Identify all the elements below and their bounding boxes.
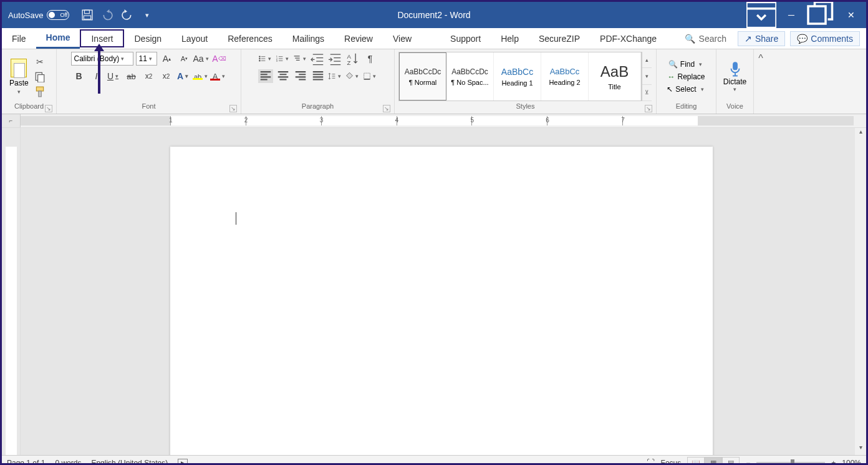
display-settings-icon[interactable]: ⛶ <box>647 458 655 465</box>
change-case-icon[interactable]: Aa▾ <box>195 52 210 66</box>
tab-references[interactable]: References <box>218 28 282 49</box>
dictate-button[interactable]: Dictate <box>723 77 746 86</box>
style-normal[interactable]: AaBbCcDc ¶ Normal <box>399 52 446 100</box>
tab-selector[interactable]: ⌐ <box>2 114 21 127</box>
horizontal-ruler[interactable]: 1 2 3 4 5 6 7 <box>21 116 854 125</box>
format-painter-icon[interactable] <box>34 86 46 97</box>
scroll-up-icon[interactable]: ▴ <box>859 128 862 139</box>
select-button[interactable]: ↖Select▾ <box>664 84 708 95</box>
decrease-indent-icon[interactable] <box>311 52 326 66</box>
vertical-ruler[interactable] <box>2 128 21 455</box>
text-effects-icon[interactable]: A▾ <box>176 69 191 83</box>
undo-icon[interactable] <box>102 9 113 21</box>
style-heading2[interactable]: AaBbCc Heading 2 <box>541 52 589 100</box>
increase-indent-icon[interactable] <box>328 52 343 66</box>
toggle-switch[interactable]: Off <box>47 10 69 20</box>
search-box[interactable]: 🔍 Search <box>678 34 733 44</box>
scroll-down-icon[interactable]: ▾ <box>859 444 862 455</box>
maximize-button[interactable] <box>806 2 836 28</box>
align-center-icon[interactable] <box>276 69 291 83</box>
underline-button[interactable]: U▾ <box>107 69 122 83</box>
zoom-slider[interactable] <box>756 462 825 464</box>
paste-button[interactable]: Paste ▾ <box>7 57 31 96</box>
redo-icon[interactable] <box>122 9 133 21</box>
zoom-thumb[interactable] <box>791 459 794 466</box>
borders-icon[interactable]: ▾ <box>363 69 378 83</box>
tab-securezip[interactable]: SecureZIP <box>529 28 590 49</box>
share-button[interactable]: ↗ Share <box>738 31 785 46</box>
document-canvas[interactable] <box>21 128 855 455</box>
replace-button[interactable]: ↔Replace <box>665 71 707 82</box>
find-button[interactable]: 🔍Find▾ <box>666 59 706 70</box>
dialog-launcher-icon[interactable]: ↘ <box>45 105 52 112</box>
style-title[interactable]: AaB Title <box>589 52 641 100</box>
tab-file[interactable]: File <box>2 28 36 49</box>
microphone-icon[interactable] <box>728 61 742 77</box>
font-size-select[interactable]: 11▾ <box>136 52 157 66</box>
zoom-level[interactable]: 100% <box>842 459 861 466</box>
multilevel-list-icon[interactable]: ▾ <box>293 52 308 66</box>
dialog-launcher-icon[interactable]: ↘ <box>383 105 390 112</box>
shading-icon[interactable]: ▾ <box>345 69 360 83</box>
align-left-icon[interactable] <box>258 69 273 83</box>
align-right-icon[interactable] <box>293 69 308 83</box>
vertical-scrollbar[interactable]: ▴ ▾ <box>855 128 866 455</box>
tab-review[interactable]: Review <box>334 28 383 49</box>
style-no-spacing[interactable]: AaBbCcDc ¶ No Spac... <box>446 52 494 100</box>
tab-design[interactable]: Design <box>124 28 171 49</box>
font-color-icon[interactable]: A▾ <box>211 69 226 83</box>
page-indicator[interactable]: Page 1 of 1 <box>7 459 45 466</box>
tab-support[interactable]: Support <box>440 28 491 49</box>
autosave-toggle[interactable]: AutoSave Off <box>2 10 75 20</box>
font-name-select[interactable]: Calibri (Body)▾ <box>71 52 133 66</box>
justify-icon[interactable] <box>311 69 326 83</box>
tab-help[interactable]: Help <box>491 28 529 49</box>
strikethrough-button[interactable]: ab <box>124 69 139 83</box>
print-layout-icon[interactable]: ▦ <box>705 457 722 466</box>
read-mode-icon[interactable]: 📖 <box>687 457 705 466</box>
comments-button[interactable]: 💬 Comments <box>790 31 860 46</box>
zoom-out-button[interactable]: − <box>746 459 750 466</box>
web-layout-icon[interactable]: ▤ <box>722 457 740 466</box>
sort-icon[interactable]: AZ <box>345 52 360 66</box>
word-count[interactable]: 0 words <box>55 459 81 466</box>
highlight-icon[interactable]: ab▾ <box>194 69 209 83</box>
chevron-down-icon[interactable]: ▾ <box>731 86 738 92</box>
styles-down-icon[interactable]: ▾ <box>642 68 652 84</box>
numbering-icon[interactable]: 123▾ <box>276 52 291 66</box>
dialog-launcher-icon[interactable]: ↘ <box>229 105 237 112</box>
shrink-font-icon[interactable]: A▾ <box>177 52 192 66</box>
tab-home[interactable]: Home <box>36 28 80 49</box>
show-hide-icon[interactable]: ¶ <box>363 52 378 66</box>
dialog-launcher-icon[interactable]: ↘ <box>645 105 652 112</box>
page[interactable] <box>170 147 713 455</box>
zoom-in-button[interactable]: + <box>831 459 836 466</box>
clear-formatting-icon[interactable]: A⌫ <box>212 52 227 66</box>
macro-recording-icon[interactable]: ▶ <box>178 459 188 466</box>
copy-icon[interactable] <box>34 71 46 82</box>
styles-more-icon[interactable]: ⊻ <box>642 85 652 101</box>
focus-mode[interactable]: Focus <box>661 459 682 466</box>
line-spacing-icon[interactable]: ▾ <box>328 69 343 83</box>
bold-button[interactable]: B <box>72 69 87 83</box>
subscript-button[interactable]: x2 <box>142 69 157 83</box>
collapse-ribbon-icon[interactable]: ^ <box>754 49 768 114</box>
svg-rect-18 <box>733 62 738 70</box>
language-indicator[interactable]: English (United States) <box>91 459 168 466</box>
styles-up-icon[interactable]: ▴ <box>642 52 652 68</box>
bullets-icon[interactable]: ▾ <box>258 52 273 66</box>
style-heading1[interactable]: AaBbCc Heading 1 <box>494 52 541 100</box>
ribbon-display-icon[interactable] <box>746 2 776 28</box>
close-button[interactable]: ✕ <box>836 2 866 28</box>
grow-font-icon[interactable]: A▴ <box>160 52 175 66</box>
tab-mailings[interactable]: Mailings <box>282 28 334 49</box>
tab-pdfxchange[interactable]: PDF-XChange <box>590 28 667 49</box>
cut-icon[interactable]: ✂ <box>34 56 46 67</box>
superscript-button[interactable]: x2 <box>159 69 174 83</box>
tab-view[interactable]: View <box>383 28 422 49</box>
italic-button[interactable]: I <box>89 69 104 83</box>
tab-layout[interactable]: Layout <box>171 28 218 49</box>
save-icon[interactable] <box>82 9 93 21</box>
minimize-button[interactable]: ─ <box>776 2 806 28</box>
qat-customize-icon[interactable]: ▾ <box>142 9 153 21</box>
